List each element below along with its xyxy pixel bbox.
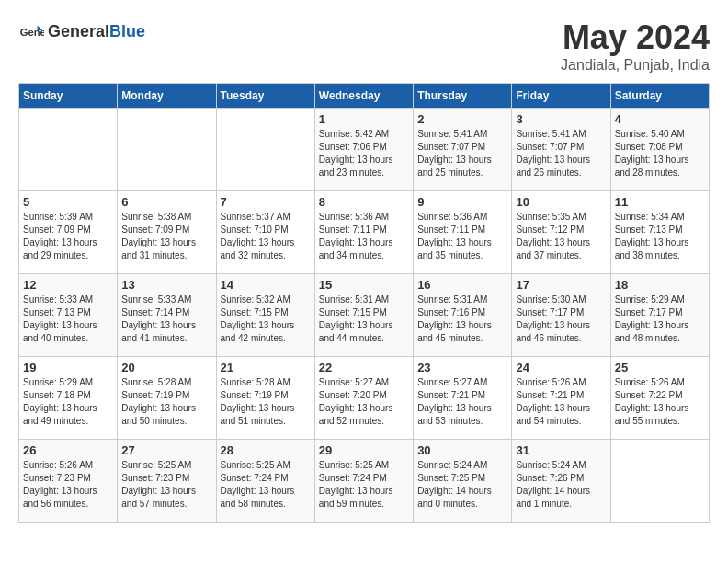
day-header-monday: Monday bbox=[118, 84, 216, 109]
day-number: 11 bbox=[615, 195, 705, 209]
calendar-cell: 21Sunrise: 5:28 AM Sunset: 7:19 PM Dayli… bbox=[216, 357, 314, 440]
month-year-title: May 2024 bbox=[561, 18, 710, 57]
calendar-cell bbox=[118, 109, 216, 191]
logo-icon: General bbox=[18, 18, 44, 44]
day-number: 3 bbox=[516, 112, 606, 126]
calendar-cell: 28Sunrise: 5:25 AM Sunset: 7:24 PM Dayli… bbox=[216, 440, 314, 523]
cell-text: Sunrise: 5:38 AM Sunset: 7:09 PM Dayligh… bbox=[121, 211, 211, 262]
calendar-table: SundayMondayTuesdayWednesdayThursdayFrid… bbox=[18, 83, 710, 523]
calendar-cell: 12Sunrise: 5:33 AM Sunset: 7:13 PM Dayli… bbox=[19, 274, 118, 357]
calendar-cell: 5Sunrise: 5:39 AM Sunset: 7:09 PM Daylig… bbox=[19, 191, 118, 274]
day-number: 25 bbox=[615, 361, 705, 374]
cell-text: Sunrise: 5:40 AM Sunset: 7:08 PM Dayligh… bbox=[615, 128, 705, 179]
calendar-cell: 15Sunrise: 5:31 AM Sunset: 7:15 PM Dayli… bbox=[314, 274, 413, 357]
day-number: 21 bbox=[221, 361, 311, 374]
day-number: 10 bbox=[516, 195, 606, 209]
cell-text: Sunrise: 5:26 AM Sunset: 7:22 PM Dayligh… bbox=[615, 376, 705, 428]
calendar-cell: 8Sunrise: 5:36 AM Sunset: 7:11 PM Daylig… bbox=[314, 191, 413, 274]
day-number: 14 bbox=[221, 278, 311, 292]
cell-text: Sunrise: 5:26 AM Sunset: 7:21 PM Dayligh… bbox=[516, 376, 606, 428]
day-number: 20 bbox=[121, 361, 211, 374]
cell-text: Sunrise: 5:28 AM Sunset: 7:19 PM Dayligh… bbox=[221, 376, 311, 428]
calendar-cell: 3Sunrise: 5:41 AM Sunset: 7:07 PM Daylig… bbox=[512, 109, 610, 191]
calendar-cell: 1Sunrise: 5:42 AM Sunset: 7:06 PM Daylig… bbox=[314, 109, 413, 191]
cell-text: Sunrise: 5:27 AM Sunset: 7:21 PM Dayligh… bbox=[417, 376, 507, 428]
calendar-cell: 23Sunrise: 5:27 AM Sunset: 7:21 PM Dayli… bbox=[414, 357, 512, 440]
calendar-cell: 24Sunrise: 5:26 AM Sunset: 7:21 PM Dayli… bbox=[512, 357, 610, 440]
calendar-cell: 27Sunrise: 5:25 AM Sunset: 7:23 PM Dayli… bbox=[118, 440, 216, 523]
calendar-cell: 7Sunrise: 5:37 AM Sunset: 7:10 PM Daylig… bbox=[216, 191, 314, 274]
day-number: 7 bbox=[221, 195, 311, 209]
calendar-cell: 26Sunrise: 5:26 AM Sunset: 7:23 PM Dayli… bbox=[19, 440, 118, 523]
day-number: 2 bbox=[417, 112, 507, 126]
calendar-cell: 2Sunrise: 5:41 AM Sunset: 7:07 PM Daylig… bbox=[414, 109, 512, 191]
day-header-friday: Friday bbox=[512, 84, 610, 109]
day-number: 15 bbox=[319, 278, 409, 292]
days-of-week-row: SundayMondayTuesdayWednesdayThursdayFrid… bbox=[19, 84, 710, 109]
calendar-week-4: 19Sunrise: 5:29 AM Sunset: 7:18 PM Dayli… bbox=[19, 357, 710, 440]
calendar-week-3: 12Sunrise: 5:33 AM Sunset: 7:13 PM Dayli… bbox=[19, 274, 710, 357]
day-number: 19 bbox=[23, 361, 113, 374]
day-number: 13 bbox=[121, 278, 211, 292]
calendar-cell: 16Sunrise: 5:31 AM Sunset: 7:16 PM Dayli… bbox=[414, 274, 512, 357]
day-number: 26 bbox=[23, 443, 113, 457]
cell-text: Sunrise: 5:24 AM Sunset: 7:25 PM Dayligh… bbox=[417, 459, 507, 511]
calendar-cell: 14Sunrise: 5:32 AM Sunset: 7:15 PM Dayli… bbox=[216, 274, 314, 357]
day-number: 4 bbox=[615, 112, 705, 126]
cell-text: Sunrise: 5:29 AM Sunset: 7:18 PM Dayligh… bbox=[23, 376, 113, 428]
calendar-cell: 22Sunrise: 5:27 AM Sunset: 7:20 PM Dayli… bbox=[314, 357, 413, 440]
day-number: 22 bbox=[319, 361, 409, 374]
day-number: 30 bbox=[417, 443, 507, 457]
logo-general: General bbox=[48, 22, 109, 40]
calendar-cell: 13Sunrise: 5:33 AM Sunset: 7:14 PM Dayli… bbox=[118, 274, 216, 357]
cell-text: Sunrise: 5:33 AM Sunset: 7:13 PM Dayligh… bbox=[23, 293, 113, 345]
header: General GeneralBlue May 2024 Jandiala, P… bbox=[18, 18, 710, 74]
calendar-week-1: 1Sunrise: 5:42 AM Sunset: 7:06 PM Daylig… bbox=[19, 109, 710, 191]
calendar-cell: 17Sunrise: 5:30 AM Sunset: 7:17 PM Dayli… bbox=[512, 274, 610, 357]
day-number: 9 bbox=[417, 195, 507, 209]
calendar-cell: 30Sunrise: 5:24 AM Sunset: 7:25 PM Dayli… bbox=[414, 440, 512, 523]
cell-text: Sunrise: 5:24 AM Sunset: 7:26 PM Dayligh… bbox=[516, 459, 606, 511]
title-area: May 2024 Jandiala, Punjab, India bbox=[561, 18, 710, 74]
calendar-body: 1Sunrise: 5:42 AM Sunset: 7:06 PM Daylig… bbox=[19, 109, 710, 523]
cell-text: Sunrise: 5:31 AM Sunset: 7:16 PM Dayligh… bbox=[417, 293, 507, 345]
day-number: 5 bbox=[23, 195, 113, 209]
cell-text: Sunrise: 5:35 AM Sunset: 7:12 PM Dayligh… bbox=[516, 211, 606, 262]
cell-text: Sunrise: 5:31 AM Sunset: 7:15 PM Dayligh… bbox=[319, 293, 409, 345]
day-header-thursday: Thursday bbox=[414, 84, 512, 109]
day-header-tuesday: Tuesday bbox=[216, 84, 314, 109]
cell-text: Sunrise: 5:25 AM Sunset: 7:23 PM Dayligh… bbox=[121, 459, 211, 511]
calendar-cell: 10Sunrise: 5:35 AM Sunset: 7:12 PM Dayli… bbox=[512, 191, 610, 274]
day-number: 6 bbox=[121, 195, 211, 209]
day-number: 12 bbox=[23, 278, 113, 292]
day-number: 8 bbox=[319, 195, 409, 209]
calendar-cell: 6Sunrise: 5:38 AM Sunset: 7:09 PM Daylig… bbox=[118, 191, 216, 274]
day-number: 18 bbox=[615, 278, 705, 292]
cell-text: Sunrise: 5:41 AM Sunset: 7:07 PM Dayligh… bbox=[516, 128, 606, 179]
day-number: 16 bbox=[417, 278, 507, 292]
calendar-cell bbox=[610, 440, 709, 523]
calendar-cell: 4Sunrise: 5:40 AM Sunset: 7:08 PM Daylig… bbox=[610, 109, 709, 191]
cell-text: Sunrise: 5:32 AM Sunset: 7:15 PM Dayligh… bbox=[221, 293, 311, 345]
calendar-cell: 20Sunrise: 5:28 AM Sunset: 7:19 PM Dayli… bbox=[118, 357, 216, 440]
calendar-week-2: 5Sunrise: 5:39 AM Sunset: 7:09 PM Daylig… bbox=[19, 191, 710, 274]
cell-text: Sunrise: 5:25 AM Sunset: 7:24 PM Dayligh… bbox=[319, 459, 409, 511]
day-header-sunday: Sunday bbox=[19, 84, 118, 109]
cell-text: Sunrise: 5:28 AM Sunset: 7:19 PM Dayligh… bbox=[121, 376, 211, 428]
calendar-header: SundayMondayTuesdayWednesdayThursdayFrid… bbox=[19, 84, 710, 109]
calendar-cell: 9Sunrise: 5:36 AM Sunset: 7:11 PM Daylig… bbox=[414, 191, 512, 274]
cell-text: Sunrise: 5:42 AM Sunset: 7:06 PM Dayligh… bbox=[319, 128, 409, 179]
cell-text: Sunrise: 5:29 AM Sunset: 7:17 PM Dayligh… bbox=[615, 293, 705, 345]
cell-text: Sunrise: 5:36 AM Sunset: 7:11 PM Dayligh… bbox=[319, 211, 409, 262]
calendar-cell: 25Sunrise: 5:26 AM Sunset: 7:22 PM Dayli… bbox=[610, 357, 709, 440]
day-number: 31 bbox=[516, 443, 606, 457]
calendar-cell: 31Sunrise: 5:24 AM Sunset: 7:26 PM Dayli… bbox=[512, 440, 610, 523]
cell-text: Sunrise: 5:36 AM Sunset: 7:11 PM Dayligh… bbox=[417, 211, 507, 262]
calendar-cell: 11Sunrise: 5:34 AM Sunset: 7:13 PM Dayli… bbox=[610, 191, 709, 274]
day-number: 17 bbox=[516, 278, 606, 292]
cell-text: Sunrise: 5:37 AM Sunset: 7:10 PM Dayligh… bbox=[221, 211, 311, 262]
calendar-cell bbox=[19, 109, 118, 191]
day-header-saturday: Saturday bbox=[610, 84, 709, 109]
day-number: 27 bbox=[121, 443, 211, 457]
cell-text: Sunrise: 5:34 AM Sunset: 7:13 PM Dayligh… bbox=[615, 211, 705, 262]
